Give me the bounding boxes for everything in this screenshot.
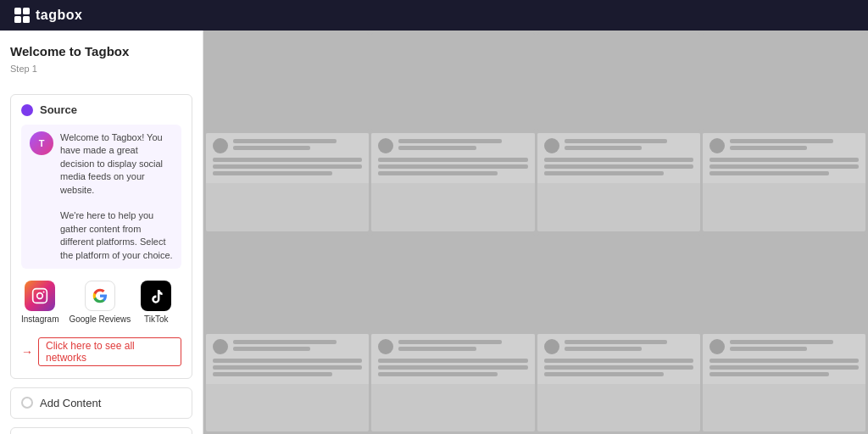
table-row — [703, 133, 865, 231]
card-avatar-row — [544, 138, 693, 153]
google-icon — [85, 281, 115, 311]
card-line — [565, 139, 668, 143]
grid-card-image-4 — [703, 33, 865, 131]
avatar — [544, 138, 559, 153]
card-line — [565, 340, 668, 344]
card-content — [371, 133, 534, 183]
platform-tiktok[interactable]: TikTok — [141, 281, 171, 324]
table-row — [703, 334, 865, 431]
grid-card-image-3 — [537, 33, 700, 131]
card-avatar-row — [378, 138, 527, 153]
add-content-header: Add Content — [21, 397, 181, 409]
card-line — [709, 372, 829, 376]
tagbox-avatar: T — [30, 131, 53, 155]
tiktok-icon — [141, 281, 171, 311]
svg-rect-4 — [33, 289, 47, 303]
grid-card-image-7 — [537, 234, 700, 331]
source-title: Source — [40, 103, 77, 116]
step-label: Step 1 — [10, 64, 192, 74]
card-line — [233, 139, 337, 143]
svg-rect-3 — [23, 16, 30, 23]
grid-card-image-6 — [371, 234, 534, 331]
welcome-text-2: We're here to help you gather content fr… — [60, 210, 173, 259]
table-row — [371, 133, 534, 231]
card-avatar-row — [544, 339, 693, 354]
welcome-message-box: T Welcome to Tagbox! You have made a gre… — [21, 125, 181, 269]
tagbox-logo-icon — [14, 7, 31, 24]
card-line — [213, 171, 332, 175]
source-radio — [21, 104, 33, 116]
table-row — [537, 133, 700, 231]
google-label: Google Reviews — [69, 314, 131, 324]
card-avatar-row — [213, 138, 362, 153]
card-line — [213, 164, 362, 169]
content-grid — [203, 31, 868, 434]
instagram-icon — [25, 281, 55, 311]
add-content-section[interactable]: Add Content — [10, 387, 192, 419]
logo-text: tagbox — [36, 8, 82, 23]
welcome-text: Welcome to Tagbox! You have made a great… — [60, 131, 173, 262]
card-line — [565, 347, 642, 351]
card-content — [537, 334, 700, 384]
card-content — [206, 334, 369, 384]
see-all-networks-link[interactable]: Click here to see all networks — [38, 337, 181, 366]
svg-point-6 — [43, 291, 45, 292]
card-line — [213, 372, 332, 376]
add-content-label: Add Content — [40, 397, 101, 409]
see-all-wrapper: → Click here to see all networks — [21, 337, 181, 366]
avatar — [709, 138, 725, 153]
card-line — [709, 158, 859, 162]
table-row — [537, 334, 700, 431]
platform-instagram[interactable]: Instagram — [21, 281, 58, 324]
avatar — [544, 339, 559, 354]
sidebar-title: Welcome to Tagbox — [10, 44, 192, 58]
arrow-right-icon: → — [21, 345, 33, 359]
source-section[interactable]: Source T Welcome to Tagbox! You have mad… — [10, 94, 192, 379]
avatar — [378, 138, 393, 153]
card-line — [730, 146, 807, 150]
grid-card-image-2 — [371, 33, 534, 131]
svg-rect-1 — [23, 8, 30, 14]
table-row — [206, 334, 369, 431]
card-content — [206, 133, 369, 183]
card-line — [398, 340, 502, 344]
card-name-lines — [398, 340, 527, 353]
grid-card-image-1 — [206, 33, 369, 131]
card-name-lines — [730, 340, 859, 353]
avatar — [213, 138, 228, 153]
card-line — [233, 340, 337, 344]
card-line — [544, 158, 693, 162]
card-line — [378, 372, 498, 376]
card-name-lines — [233, 340, 362, 353]
card-line — [709, 164, 859, 169]
card-line — [544, 372, 664, 376]
svg-rect-2 — [14, 16, 21, 23]
source-header: Source — [21, 103, 181, 116]
card-line — [398, 139, 502, 143]
card-line — [233, 146, 310, 150]
sidebar: Welcome to Tagbox Step 1 Source T Welcom… — [0, 31, 203, 434]
card-content — [703, 334, 865, 384]
card-line — [378, 158, 527, 162]
card-line — [730, 340, 833, 344]
card-line — [233, 347, 310, 351]
card-content — [703, 133, 865, 183]
card-line — [378, 359, 527, 363]
card-name-lines — [233, 139, 362, 153]
card-name-lines — [565, 139, 693, 153]
grid-card-image-5 — [206, 234, 369, 331]
main-layout: Welcome to Tagbox Step 1 Source T Welcom… — [0, 31, 868, 434]
card-line — [709, 359, 859, 363]
card-line — [544, 359, 693, 363]
welcome-text-1: Welcome to Tagbox! You have made a great… — [60, 132, 163, 195]
tiktok-label: TikTok — [144, 314, 169, 324]
card-line — [213, 359, 362, 363]
publish-section[interactable]: Publish — [10, 427, 192, 434]
card-line — [709, 365, 859, 370]
card-name-lines — [565, 340, 693, 353]
platform-google[interactable]: Google Reviews — [69, 281, 131, 324]
card-content — [371, 334, 534, 384]
avatar — [378, 339, 393, 354]
card-name-lines — [730, 139, 859, 153]
table-row — [371, 334, 534, 431]
